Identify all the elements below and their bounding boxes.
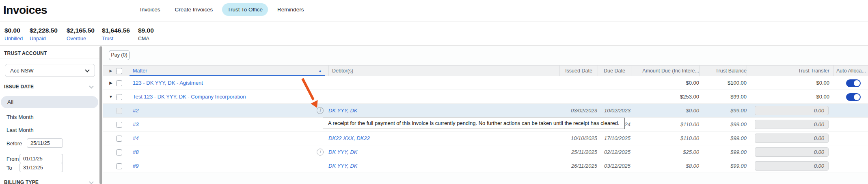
table-row-invoice-8[interactable]: #8 i DK YYY, DK 25/11/2025 02/12/2025 $2… bbox=[103, 145, 868, 159]
divider bbox=[0, 93, 99, 93]
invoice-link[interactable]: #3 bbox=[133, 121, 138, 127]
column-header-debtors[interactable]: Debtor(s) bbox=[328, 66, 559, 76]
collapse-row-icon[interactable]: ▼ bbox=[107, 90, 115, 104]
pending-receipt-tooltip: A receipt for the full payment of this i… bbox=[323, 118, 625, 129]
column-label: Trust Transfer bbox=[798, 68, 829, 74]
stat-overdue-value: $2,165.50 bbox=[67, 27, 95, 34]
tab-reminders[interactable]: Reminders bbox=[272, 3, 309, 16]
column-header-due-date[interactable]: Due Date bbox=[598, 66, 631, 76]
matter-link[interactable]: 123 - DK YYY, DK - Agistment bbox=[133, 80, 203, 86]
trust-transfer-input[interactable] bbox=[755, 120, 829, 129]
trust-balance-value: $99.00 bbox=[702, 131, 747, 145]
stat-unpaid-label[interactable]: Unpaid bbox=[30, 36, 46, 42]
row-checkbox[interactable] bbox=[116, 122, 122, 128]
tab-bar: Invoices Create Invoices Trust To Office… bbox=[135, 3, 309, 16]
invoice-link[interactable]: #8 bbox=[133, 149, 138, 155]
chevron-down-icon[interactable] bbox=[89, 84, 93, 88]
stats-bar: $0.00 Unbilled $2,228.50 Unpaid $2,165.5… bbox=[0, 22, 868, 46]
trust-account-select[interactable]: Acc NSW bbox=[5, 64, 95, 77]
sidebar-scrollbar[interactable] bbox=[99, 46, 102, 184]
stat-unpaid-value: $2,228.50 bbox=[30, 27, 58, 34]
row-checkbox[interactable] bbox=[116, 149, 122, 156]
pay-button[interactable]: Pay (0) bbox=[109, 50, 130, 60]
stat-trust-label[interactable]: Trust bbox=[102, 36, 113, 42]
table-row-invoice-4[interactable]: #4 DK22 XXX, DK22 10/10/2025 17/10/2025 … bbox=[103, 131, 868, 145]
matter-link[interactable]: Test 123 - DK YYY, DK - Company Incorpor… bbox=[133, 94, 246, 100]
page-title: Invoices bbox=[3, 4, 47, 17]
amount-due-value: $8.00 bbox=[634, 159, 699, 173]
column-header-trust-transfer[interactable]: Trust Transfer bbox=[747, 66, 829, 76]
row-checkbox[interactable] bbox=[116, 136, 122, 142]
issue-date-filter-all[interactable]: All bbox=[1, 96, 98, 108]
column-header-auto-allocate[interactable]: Auto Alloca... bbox=[833, 66, 868, 76]
table-header: ▶ Matter ▲ Debtor(s) Issued Date Due Dat… bbox=[103, 65, 868, 76]
invoice-link[interactable]: #4 bbox=[133, 135, 138, 141]
to-label: To bbox=[6, 165, 12, 171]
tab-create-invoices[interactable]: Create Invoices bbox=[170, 3, 218, 16]
table-row-group-test-123[interactable]: ▼ Test 123 - DK YYY, DK - Company Incorp… bbox=[103, 90, 868, 104]
trust-transfer-input[interactable] bbox=[755, 106, 829, 115]
before-label: Before bbox=[6, 140, 22, 147]
filter-label: Last Month bbox=[6, 127, 34, 133]
invoice-link[interactable]: #9 bbox=[133, 163, 138, 169]
column-header-issued-date[interactable]: Issued Date bbox=[559, 66, 598, 76]
table-row-group-123[interactable]: ▶ 123 - DK YYY, DK - Agistment $0.00 $10… bbox=[103, 76, 868, 90]
trust-transfer-input[interactable] bbox=[755, 161, 829, 171]
info-icon[interactable]: i bbox=[317, 107, 324, 114]
filter-sidebar: TRUST ACCOUNT Acc NSW ISSUE DATE All Thi… bbox=[0, 46, 99, 184]
column-label: Debtor(s) bbox=[332, 68, 353, 74]
chevron-down-icon bbox=[85, 68, 89, 72]
top-bar: Invoices Invoices Create Invoices Trust … bbox=[0, 0, 868, 22]
amount-due-value: $25.00 bbox=[634, 145, 699, 159]
tab-trust-to-office[interactable]: Trust To Office bbox=[222, 3, 268, 16]
table-row-invoice-2[interactable]: #2 i DK YYY, DK 03/02/2023 10/02/2023 $0… bbox=[103, 104, 868, 118]
from-date-input[interactable] bbox=[19, 154, 63, 163]
stat-unbilled-label[interactable]: Unbilled bbox=[4, 36, 23, 42]
column-label: Amount Due (Inc Intere... bbox=[642, 68, 699, 74]
divider bbox=[0, 59, 99, 59]
issue-date-filter-last-month[interactable]: Last Month bbox=[0, 124, 97, 136]
tab-invoices[interactable]: Invoices bbox=[135, 3, 166, 16]
trust-account-heading: TRUST ACCOUNT bbox=[4, 50, 47, 56]
auto-allocate-toggle[interactable] bbox=[846, 93, 861, 101]
amount-due-value: $0.00 bbox=[634, 104, 699, 118]
trust-balance-value: $99.00 bbox=[702, 159, 747, 173]
debtor-link[interactable]: DK YYY, DK bbox=[328, 107, 358, 114]
column-label: Auto Alloca... bbox=[836, 68, 866, 74]
trust-transfer-input[interactable] bbox=[755, 134, 829, 143]
issue-date-filter-this-month[interactable]: This Month bbox=[0, 111, 97, 123]
debtor-link[interactable]: DK22 XXX, DK22 bbox=[328, 135, 370, 141]
auto-allocate-toggle[interactable] bbox=[846, 79, 861, 87]
debtor-link[interactable]: DK YYY, DK bbox=[328, 149, 358, 155]
trust-balance-value: $99.00 bbox=[702, 90, 747, 104]
amount-due-value: $110.00 bbox=[634, 131, 699, 145]
trust-balance-value: $100.00 bbox=[702, 76, 747, 90]
row-checkbox[interactable] bbox=[116, 94, 122, 100]
toggle-knob bbox=[854, 80, 860, 86]
before-date-input[interactable] bbox=[27, 138, 63, 148]
select-all-checkbox[interactable] bbox=[116, 68, 122, 74]
chevron-down-icon[interactable] bbox=[89, 180, 93, 184]
column-header-amount-due[interactable]: Amount Due (Inc Intere... bbox=[631, 66, 699, 76]
debtor-link[interactable]: DK YYY, DK bbox=[328, 163, 358, 169]
stat-overdue-label[interactable]: Overdue bbox=[67, 36, 86, 42]
trust-balance-value: $99.00 bbox=[702, 104, 747, 118]
column-header-trust-balance[interactable]: Trust Balance bbox=[699, 66, 747, 76]
trust-transfer-input[interactable] bbox=[755, 147, 829, 157]
info-icon[interactable]: i bbox=[317, 149, 324, 156]
invoices-page: Invoices Invoices Create Invoices Trust … bbox=[0, 0, 868, 184]
column-header-matter[interactable]: Matter ▲ bbox=[130, 66, 325, 76]
trust-transfer-value: $0.00 bbox=[750, 90, 829, 104]
issue-date-heading: ISSUE DATE bbox=[4, 84, 34, 90]
row-checkbox[interactable] bbox=[116, 80, 122, 86]
invoice-link[interactable]: #2 bbox=[133, 107, 138, 114]
expand-row-icon[interactable]: ▶ bbox=[107, 76, 115, 90]
table-row-invoice-9[interactable]: #9 DK YYY, DK 26/11/2025 03/12/2025 $8.0… bbox=[103, 159, 868, 173]
issued-date-value: 26/11/2025 bbox=[562, 159, 597, 173]
stat-cma-value: $9.00 bbox=[138, 27, 154, 34]
row-checkbox[interactable] bbox=[116, 163, 122, 169]
stat-cma-label: CMA bbox=[138, 36, 149, 42]
to-date-input[interactable] bbox=[19, 163, 63, 172]
column-label: Matter bbox=[133, 68, 147, 74]
header-expand-all-icon[interactable]: ▶ bbox=[107, 66, 115, 76]
